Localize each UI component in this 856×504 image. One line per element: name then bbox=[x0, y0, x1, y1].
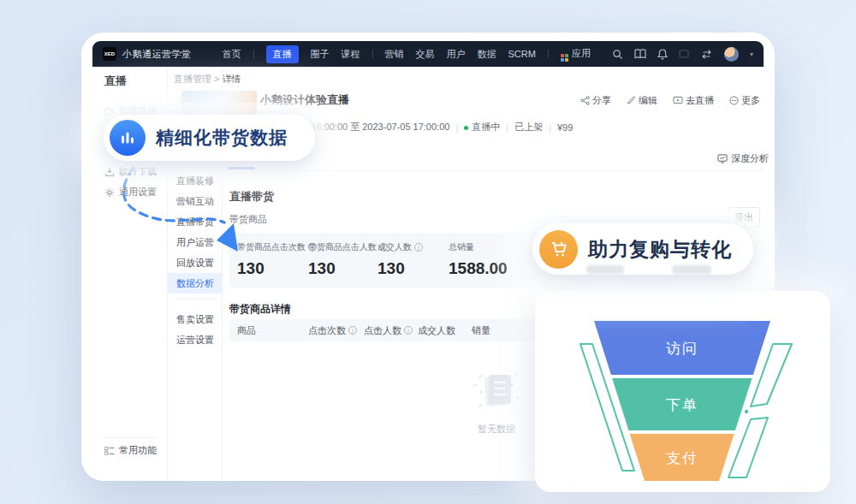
nav-divider bbox=[372, 50, 373, 58]
deep-analysis-button[interactable]: 深度分析 bbox=[717, 152, 769, 165]
analysis-icon bbox=[717, 154, 728, 163]
dashed-pointer-arrow bbox=[103, 163, 274, 265]
video-plus-icon bbox=[104, 106, 115, 116]
data-callout-badge: 精细化带货数据 bbox=[104, 115, 315, 161]
nav-item-apps[interactable]: 应用 bbox=[561, 47, 591, 62]
info-icon[interactable] bbox=[404, 326, 413, 335]
funnel-chart: 访问 下单 支付 bbox=[535, 291, 830, 492]
table-title: 带货商品详情 bbox=[229, 302, 291, 317]
nav-right-tools: ▾ bbox=[612, 47, 753, 62]
share-icon bbox=[580, 96, 590, 105]
book-icon[interactable] bbox=[634, 49, 646, 59]
empty-state-text: 暂无数据 bbox=[445, 423, 548, 436]
search-icon[interactable] bbox=[612, 49, 623, 60]
stat-value: 130 bbox=[377, 259, 423, 278]
data-callout-text: 精细化带货数据 bbox=[156, 126, 288, 150]
funnel-label-pay: 支付 bbox=[666, 450, 698, 466]
breadcrumb-current: 详情 bbox=[223, 74, 241, 84]
nav-item-scrm[interactable]: SCRM bbox=[508, 49, 536, 59]
nav-item-home[interactable]: 首页 bbox=[223, 48, 241, 61]
live-screen-icon bbox=[673, 96, 683, 105]
nav-item-trade[interactable]: 交易 bbox=[416, 48, 435, 61]
nav-item-live[interactable]: 直播 bbox=[266, 45, 299, 63]
breadcrumb: 直播管理 > 详情 bbox=[174, 73, 241, 86]
empty-document-icon bbox=[470, 366, 523, 414]
column-sales[interactable]: 销量 bbox=[472, 319, 490, 341]
breadcrumb-parent[interactable]: 直播管理 bbox=[174, 74, 211, 84]
blurred-content bbox=[586, 265, 624, 274]
top-navbar: XED 小鹅通运营学堂 首页 直播 圈子 课程 营销 交易 用户 数据 SCRM… bbox=[92, 41, 764, 67]
info-icon[interactable] bbox=[348, 326, 357, 335]
live-price: ¥99 bbox=[557, 122, 573, 133]
pencil-icon bbox=[627, 96, 636, 105]
stat-product-clickers: 带货商品点击人数 130 bbox=[308, 241, 388, 278]
avatar[interactable] bbox=[724, 47, 739, 62]
nav-item-user[interactable]: 用户 bbox=[447, 48, 466, 61]
go-live-button[interactable]: 去直播 bbox=[673, 94, 714, 107]
list-icon bbox=[104, 447, 115, 455]
nav-divider bbox=[548, 50, 549, 58]
bell-icon[interactable] bbox=[657, 49, 668, 60]
tabs-divider bbox=[223, 170, 764, 171]
column-buyers[interactable]: 成交人数 bbox=[418, 319, 455, 341]
column-clickers[interactable]: 点击人数 bbox=[364, 319, 413, 341]
stat-value: 1588.00 bbox=[449, 259, 508, 278]
column-clicks[interactable]: 点击次数 bbox=[308, 319, 357, 341]
sidebar-title: 直播 bbox=[104, 74, 127, 89]
nav-menu: 首页 直播 圈子 课程 营销 交易 用户 数据 SCRM 应用 bbox=[223, 45, 591, 63]
more-button[interactable]: 更多 bbox=[729, 94, 760, 107]
message-icon[interactable] bbox=[679, 49, 689, 59]
info-icon[interactable] bbox=[414, 243, 423, 252]
nav-item-marketing[interactable]: 营销 bbox=[385, 48, 404, 61]
sidebar-divider bbox=[103, 437, 158, 438]
share-button[interactable]: 分享 bbox=[580, 94, 611, 107]
empty-state: 暂无数据 bbox=[445, 366, 548, 436]
nav-item-data[interactable]: 数据 bbox=[478, 48, 496, 61]
conversion-callout-text: 助力复购与转化 bbox=[588, 236, 732, 263]
funnel-label-visit: 访问 bbox=[666, 341, 698, 357]
submenu-item-data-analysis[interactable]: 数据分析 bbox=[168, 273, 223, 294]
conversion-funnel-card: 访问 下单 支付 bbox=[535, 291, 830, 492]
nav-divider bbox=[253, 50, 254, 58]
nav-item-circle[interactable]: 圈子 bbox=[311, 48, 330, 61]
submenu-divider bbox=[175, 299, 216, 299]
submenu-item-sale-settings[interactable]: 售卖设置 bbox=[168, 309, 223, 329]
live-title: 小鹅设计体验直播 bbox=[260, 92, 349, 108]
live-status-dot bbox=[464, 126, 468, 130]
breadcrumb-separator: > bbox=[214, 74, 219, 84]
app-logo: XED bbox=[103, 47, 116, 61]
shelf-status: 已上架 bbox=[514, 121, 543, 133]
brand-title: 小鹅通运营学堂 bbox=[122, 48, 192, 61]
blurred-content bbox=[672, 265, 711, 274]
funnel-label-order: 下单 bbox=[666, 397, 698, 413]
more-circle-icon bbox=[729, 96, 739, 105]
column-product[interactable]: 商品 bbox=[237, 319, 256, 341]
conversion-callout-badge: 助力复购与转化 bbox=[532, 223, 753, 275]
cart-icon bbox=[539, 230, 578, 269]
live-status: 直播中 bbox=[464, 121, 500, 133]
stat-value: 130 bbox=[308, 259, 388, 278]
nav-item-course[interactable]: 课程 bbox=[342, 48, 360, 61]
stat-buyers: 成交人数 130 bbox=[377, 241, 423, 278]
bar-chart-icon bbox=[110, 120, 146, 156]
switch-accounts-icon[interactable] bbox=[700, 50, 713, 59]
header-actions: 分享 编辑 去直播 更多 bbox=[599, 94, 760, 107]
submenu-item-operation-settings[interactable]: 运营设置 bbox=[168, 329, 223, 350]
stat-total-sales: 总销量 1588.00 bbox=[449, 241, 508, 278]
edit-button[interactable]: 编辑 bbox=[627, 94, 657, 107]
chevron-down-icon[interactable]: ▾ bbox=[750, 50, 753, 58]
sidebar-item-common-functions[interactable]: 常用功能 bbox=[104, 444, 157, 457]
page-background: XED 小鹅通运营学堂 首页 直播 圈子 课程 营销 交易 用户 数据 SCRM… bbox=[0, 0, 856, 504]
app-grid-icon bbox=[561, 54, 568, 62]
